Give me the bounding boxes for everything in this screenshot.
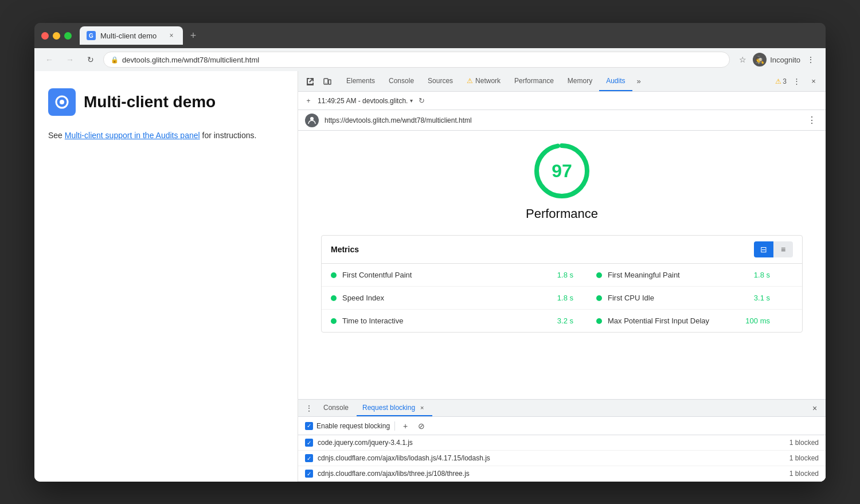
add-blocking-rule-button[interactable]: + bbox=[400, 420, 411, 432]
audits-panel-link[interactable]: Multi-client support in the Audits panel bbox=[65, 131, 200, 140]
view-list-button[interactable]: ≡ bbox=[773, 241, 793, 257]
page-content: Multi-client demo See Multi-client suppo… bbox=[34, 71, 298, 482]
close-drawer-button[interactable]: × bbox=[808, 402, 821, 415]
metrics-title: Metrics bbox=[331, 245, 359, 254]
score-number: 97 bbox=[552, 161, 572, 182]
network-warning-icon: ⚠ bbox=[467, 77, 473, 85]
blocking-item: ✓ cdnjs.cloudflare.com/ajax/libs/lodash.… bbox=[298, 451, 826, 466]
address-bar[interactable]: 🔒 devtools.glitch.me/wndt78/multiclient.… bbox=[103, 52, 730, 68]
title-bar: G Multi-client demo × + bbox=[34, 23, 826, 48]
page-desc-prefix: See bbox=[48, 131, 65, 140]
blocking-item-checkbox-1[interactable]: ✓ bbox=[305, 454, 313, 462]
drawer-tab-console[interactable]: Console bbox=[318, 400, 354, 416]
device-toolbar-button[interactable] bbox=[320, 74, 335, 89]
incognito-label: Incognito bbox=[770, 56, 800, 64]
score-circle: 97 bbox=[533, 142, 591, 200]
warning-count: ⚠ 3 bbox=[775, 77, 787, 85]
tab-sources[interactable]: Sources bbox=[421, 71, 460, 91]
more-tabs-button[interactable]: » bbox=[632, 71, 646, 91]
devtools-settings-button[interactable]: ⋮ bbox=[789, 74, 804, 89]
tab-performance[interactable]: Performance bbox=[507, 71, 561, 91]
tab-bar: G Multi-client demo × + bbox=[80, 26, 819, 45]
metric-row: Speed Index 1.8 s First CPU Idle 3.1 s bbox=[322, 287, 802, 310]
page-header: Multi-client demo bbox=[48, 88, 284, 116]
blocking-url-2: cdnjs.cloudflare.com/ajax/libs/three.js/… bbox=[318, 470, 789, 478]
close-request-blocking-tab[interactable]: × bbox=[417, 403, 427, 412]
page-description: See Multi-client support in the Audits p… bbox=[48, 130, 284, 142]
metric-name-si: Speed Index bbox=[342, 294, 539, 302]
page-logo bbox=[48, 88, 76, 116]
metric-name-mpfid: Max Potential First Input Delay bbox=[608, 317, 736, 325]
browser-window: G Multi-client demo × + ← → ↻ 🔒 devtools… bbox=[34, 23, 826, 482]
tab-console[interactable]: Console bbox=[382, 71, 421, 91]
score-label: Performance bbox=[526, 206, 598, 221]
new-tab-button[interactable]: + bbox=[185, 28, 201, 44]
bookmark-button[interactable]: ☆ bbox=[734, 52, 750, 68]
metric-right-1: First CPU Idle 3.1 s bbox=[596, 294, 793, 302]
metric-value-mpfid: 100 ms bbox=[736, 317, 770, 325]
maximize-window-button[interactable] bbox=[64, 32, 72, 40]
menu-button[interactable]: ⋮ bbox=[803, 52, 819, 68]
browser-tab-active[interactable]: G Multi-client demo × bbox=[80, 26, 183, 45]
devtools-close-button[interactable]: × bbox=[806, 74, 821, 89]
inspect-element-button[interactable] bbox=[303, 74, 318, 89]
audit-avatar bbox=[305, 114, 319, 127]
metric-row: Time to Interactive 3.2 s Max Potential … bbox=[322, 310, 802, 332]
add-audit-button[interactable]: + bbox=[303, 95, 314, 107]
metric-value-fmp: 1.8 s bbox=[736, 271, 770, 279]
session-dropdown-arrow: ▾ bbox=[410, 97, 413, 104]
metric-right-0: First Meaningful Paint 1.8 s bbox=[596, 271, 793, 279]
enable-blocking-label: Enable request blocking bbox=[316, 422, 390, 430]
enable-blocking-checkbox[interactable]: ✓ bbox=[305, 422, 313, 430]
audit-url-text: https://devtools.glitch.me/wndt78/multic… bbox=[325, 116, 805, 124]
tab-audits[interactable]: Audits bbox=[599, 71, 632, 91]
back-button[interactable]: ← bbox=[41, 52, 57, 68]
blocking-item-checkbox-0[interactable]: ✓ bbox=[305, 439, 313, 447]
svg-point-4 bbox=[326, 83, 327, 84]
tab-title: Multi-client demo bbox=[100, 32, 157, 40]
tab-network[interactable]: ⚠ Network bbox=[460, 71, 507, 91]
metric-dot-si bbox=[331, 295, 337, 301]
close-window-button[interactable] bbox=[41, 32, 49, 40]
metrics-grid: First Contentful Paint 1.8 s First Meani… bbox=[322, 264, 802, 332]
metrics-header: Metrics ⊟ ≡ bbox=[322, 236, 802, 264]
metric-dot-fci bbox=[596, 295, 602, 301]
tab-memory[interactable]: Memory bbox=[561, 71, 599, 91]
blocking-count-0: 1 blocked bbox=[789, 439, 819, 447]
drawer-tab-request-blocking[interactable]: Request blocking × bbox=[357, 400, 432, 416]
metric-value-tti: 3.2 s bbox=[539, 317, 573, 325]
blocking-item-checkbox-2[interactable]: ✓ bbox=[305, 470, 313, 478]
console-drawer: ⋮ Console Request blocking × × ✓ Enable … bbox=[298, 399, 826, 482]
metrics-section: Metrics ⊟ ≡ First Contentful Paint 1.8 s bbox=[321, 235, 803, 333]
view-grid-button[interactable]: ⊟ bbox=[754, 241, 773, 257]
devtools-subbar: + 11:49:25 AM - devtools.glitch. ▾ ↻ bbox=[298, 92, 826, 110]
incognito-badge: 🕵 Incognito bbox=[753, 52, 800, 68]
page-desc-suffix: for instructions. bbox=[200, 131, 257, 140]
devtools-actions: ⚠ 3 ⋮ × bbox=[775, 74, 821, 89]
audit-more-button[interactable]: ⋮ bbox=[805, 114, 819, 127]
drawer-more-button[interactable]: ⋮ bbox=[303, 402, 315, 415]
metric-dot-tti bbox=[331, 318, 337, 324]
devtools-toolbar: Elements Console Sources ⚠ Network Perfo… bbox=[298, 71, 826, 92]
address-text: devtools.glitch.me/wndt78/multiclient.ht… bbox=[122, 56, 259, 64]
session-reload-button[interactable]: ↻ bbox=[416, 96, 427, 106]
tab-close-button[interactable]: × bbox=[167, 31, 176, 40]
blocking-toolbar: ✓ Enable request blocking + ⊘ bbox=[298, 417, 826, 435]
refresh-button[interactable]: ↻ bbox=[83, 52, 99, 68]
forward-button[interactable]: → bbox=[62, 52, 78, 68]
warning-badge-icon: ⚠ bbox=[775, 77, 781, 85]
clear-blocking-button[interactable]: ⊘ bbox=[416, 420, 427, 432]
tab-favicon: G bbox=[87, 31, 96, 40]
devtools-tabs: Elements Console Sources ⚠ Network Perfo… bbox=[339, 71, 775, 91]
tab-elements[interactable]: Elements bbox=[339, 71, 382, 91]
blocking-item: ✓ cdnjs.cloudflare.com/ajax/libs/three.j… bbox=[298, 466, 826, 482]
minimize-window-button[interactable] bbox=[53, 32, 60, 40]
nav-bar: ← → ↻ 🔒 devtools.glitch.me/wndt78/multic… bbox=[34, 48, 826, 71]
score-section: 97 Performance bbox=[321, 142, 803, 221]
traffic-lights bbox=[41, 32, 72, 40]
session-selector[interactable]: 11:49:25 AM - devtools.glitch. ▾ bbox=[318, 97, 413, 105]
metric-value-si: 1.8 s bbox=[539, 294, 573, 302]
devtools-panel: Elements Console Sources ⚠ Network Perfo… bbox=[298, 71, 826, 482]
svg-point-5 bbox=[310, 117, 314, 120]
enable-blocking-checkbox-wrap: ✓ Enable request blocking bbox=[305, 422, 390, 430]
